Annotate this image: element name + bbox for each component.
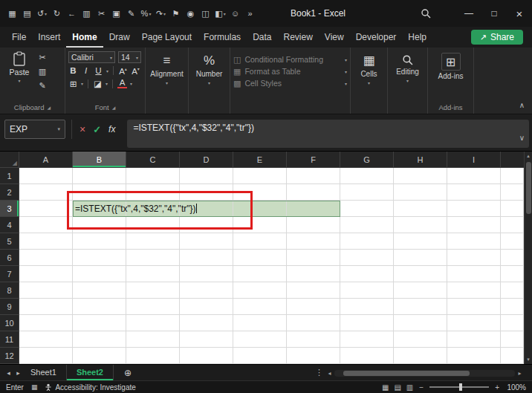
cell-a11[interactable] (19, 331, 73, 348)
cell-c11[interactable] (126, 331, 180, 348)
percent-style-icon[interactable]: %▾ (140, 6, 152, 21)
row-header-6[interactable]: 6 (0, 250, 19, 266)
back-icon[interactable]: ← (65, 6, 78, 21)
row-header-12[interactable]: 12 (0, 348, 19, 364)
zoom-in-button[interactable]: + (495, 383, 499, 392)
editing-group-button[interactable]: Editing ▾ (388, 48, 428, 114)
cell-f7[interactable] (287, 266, 340, 282)
cell-f11[interactable] (287, 331, 340, 348)
insert-function-button[interactable]: fx (108, 124, 115, 134)
cell-i1[interactable] (447, 168, 501, 184)
cell-h5[interactable] (394, 233, 447, 250)
cell-h10[interactable] (394, 315, 447, 331)
cell-b1[interactable] (73, 168, 126, 184)
cell-e6[interactable] (233, 250, 287, 266)
fill-color-button[interactable]: ◪ (93, 79, 103, 89)
cell-g2[interactable] (340, 184, 394, 201)
cell-c10[interactable] (126, 315, 180, 331)
addins-icon[interactable]: ⊞ (441, 53, 461, 71)
cell-b10[interactable] (73, 315, 126, 331)
column-header-b[interactable]: B (73, 152, 126, 168)
paste-button[interactable]: Paste ▾ (3, 51, 36, 102)
cell-b9[interactable] (73, 299, 126, 315)
cell-g1[interactable] (340, 168, 394, 184)
scroll-up-icon[interactable]: ▴ (525, 152, 532, 160)
select-all-corner[interactable]: ◢ (0, 152, 19, 168)
format-painter-qat-icon[interactable]: ✎ (125, 6, 137, 21)
tab-draw[interactable]: Draw (103, 27, 136, 48)
enter-button[interactable]: ✓ (93, 124, 101, 135)
cell-i3[interactable] (447, 201, 501, 217)
vertical-scrollbar[interactable]: ▴ ▾ (524, 152, 532, 364)
underline-dropdown-icon[interactable]: ▾ (106, 68, 108, 74)
cell-clipped[interactable] (501, 299, 524, 315)
cell-clipped[interactable] (501, 266, 524, 282)
insert-chart-icon[interactable]: ◧▾ (214, 6, 227, 21)
cell-e1[interactable] (233, 168, 287, 184)
cell-e2[interactable] (233, 184, 287, 201)
cell-clipped[interactable] (501, 168, 524, 184)
paste-qat-icon[interactable]: ▣ (110, 6, 123, 21)
sheetbar-menu-icon[interactable]: ⋮ (315, 368, 323, 377)
tab-view[interactable]: View (319, 27, 350, 48)
apps-icon[interactable]: ▦ (6, 6, 19, 21)
cell-d5[interactable] (180, 233, 233, 250)
column-header-clipped[interactable] (501, 152, 524, 168)
cell-a3[interactable] (19, 201, 73, 217)
conditional-formatting-button[interactable]: ◫Conditional Formatting▾ (233, 53, 347, 65)
format-as-table-button[interactable]: ▦Format as Table▾ (233, 65, 347, 77)
minimize-button[interactable]: — (456, 0, 481, 27)
cell-e9[interactable] (233, 299, 287, 315)
cell-clipped[interactable] (501, 282, 524, 299)
cell-i9[interactable] (447, 299, 501, 315)
cell-c2[interactable] (126, 184, 180, 201)
search-icon[interactable] (421, 8, 431, 19)
copy-button[interactable]: ▥ (36, 67, 49, 77)
cell-c12[interactable] (126, 348, 180, 364)
cell-a6[interactable] (19, 250, 73, 266)
cell-b8[interactable] (73, 282, 126, 299)
cell-d12[interactable] (180, 348, 233, 364)
alignment-group-button[interactable]: ≡ Alignment ▾ (146, 48, 189, 114)
cell-e11[interactable] (233, 331, 287, 348)
row-header-10[interactable]: 10 (0, 315, 19, 331)
cell-h3[interactable] (394, 201, 447, 217)
tab-formulas[interactable]: Formulas (198, 27, 247, 48)
cell-b11[interactable] (73, 331, 126, 348)
sheet-nav-right-icon[interactable]: ▸ (13, 369, 24, 377)
cell-a12[interactable] (19, 348, 73, 364)
row-header-5[interactable]: 5 (0, 233, 19, 250)
cell-g9[interactable] (340, 299, 394, 315)
cell-i5[interactable] (447, 233, 501, 250)
column-header-e[interactable]: E (233, 152, 287, 168)
insert-table-icon[interactable]: ◫ (199, 6, 212, 21)
column-header-a[interactable]: A (19, 152, 73, 168)
cell-e12[interactable] (233, 348, 287, 364)
cell-d10[interactable] (180, 315, 233, 331)
flag-icon[interactable]: ⚑ (169, 6, 182, 21)
cut-button[interactable]: ✂ (36, 53, 49, 62)
font-size-select[interactable]: 14 ▾ (118, 51, 141, 63)
cell-h1[interactable] (394, 168, 447, 184)
more-commands-icon[interactable]: » (244, 6, 256, 21)
decrease-font-button[interactable]: A▾ (131, 66, 140, 76)
font-color-dropdown-icon[interactable]: ▾ (130, 81, 132, 86)
underline-button[interactable]: U (94, 66, 103, 75)
cell-a9[interactable] (19, 299, 73, 315)
formula-bar-expand-icon[interactable]: ∨ (519, 134, 525, 142)
cell-d1[interactable] (180, 168, 233, 184)
macro-record-icon[interactable]: ▦ (31, 383, 38, 391)
tab-data[interactable]: Data (247, 27, 277, 48)
fill-color-dropdown-icon[interactable]: ▾ (106, 81, 108, 86)
normal-view-icon[interactable]: ▦ (382, 383, 389, 392)
cell-c5[interactable] (126, 233, 180, 250)
font-name-select[interactable]: Calibri ▾ (68, 51, 115, 63)
cell-h7[interactable] (394, 266, 447, 282)
format-painter-button[interactable]: ✎ (36, 81, 49, 91)
cell-clipped[interactable] (501, 233, 524, 250)
zoom-out-button[interactable]: − (419, 383, 424, 392)
zoom-level[interactable]: 100% (505, 383, 526, 392)
cell-f9[interactable] (287, 299, 340, 315)
cell-a4[interactable] (19, 217, 73, 233)
row-header-9[interactable]: 9 (0, 299, 19, 315)
